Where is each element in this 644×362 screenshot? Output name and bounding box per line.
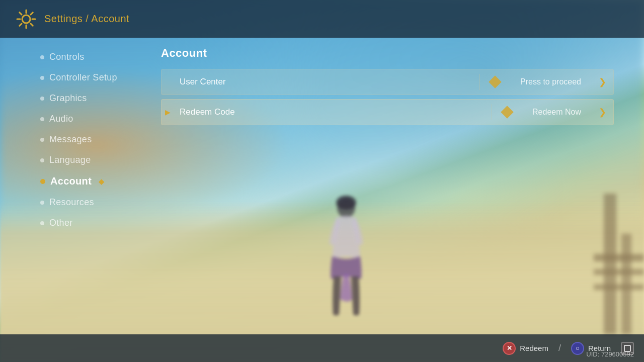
chevron-user-center: ❯: [591, 69, 613, 95]
o-button-icon: ○: [571, 342, 584, 355]
sidebar-item-controls[interactable]: Controls: [30, 47, 161, 67]
bottom-bar: ✕ Redeem / ○ Return: [0, 334, 644, 362]
row-arrow-redeem: ▶: [162, 99, 174, 125]
x-button-icon: ✕: [503, 342, 516, 355]
settings-gear-icon: [15, 8, 37, 30]
sidebar-item-language[interactable]: Language: [30, 150, 161, 170]
top-bar: Settings / Account: [0, 0, 644, 38]
redeem-button[interactable]: ✕ Redeem: [503, 342, 548, 355]
bullet-messages: [40, 138, 44, 142]
section-title: Account: [161, 47, 614, 60]
diamond-user-center: [480, 77, 510, 86]
svg-point-7: [22, 15, 30, 23]
bullet-language: [40, 158, 44, 162]
bullet-account: [40, 179, 45, 184]
svg-line-14: [31, 12, 33, 14]
sidebar-item-resources[interactable]: Resources: [30, 192, 161, 213]
bullet-other: [40, 221, 44, 225]
svg-rect-6: [594, 284, 644, 290]
sidebar-item-other[interactable]: Other: [30, 213, 161, 233]
sidebar-item-audio[interactable]: Audio: [30, 109, 161, 129]
active-arrow-icon: ◆: [99, 177, 104, 186]
sidebar: Controls Controller Setup Graphics Audio…: [30, 38, 161, 233]
svg-line-12: [20, 12, 22, 14]
svg-rect-5: [594, 269, 644, 275]
user-center-action: Press to proceed: [510, 77, 591, 86]
uid-display: UID: 729600592: [586, 350, 634, 358]
svg-line-13: [31, 24, 33, 26]
diamond-redeem: [492, 108, 522, 117]
user-center-label: User Center: [174, 77, 479, 87]
redeem-code-label: Redeem Code: [174, 107, 492, 117]
breadcrumb: Settings / Account: [44, 13, 129, 25]
sidebar-item-controller-setup[interactable]: Controller Setup: [30, 67, 161, 88]
bullet-resources: [40, 201, 44, 205]
chevron-redeem: ❯: [591, 99, 613, 125]
user-center-row[interactable]: ▶ User Center Press to proceed ❯: [161, 69, 614, 95]
dock-decoration: [543, 194, 644, 334]
bullet-graphics: [40, 97, 44, 101]
sidebar-item-graphics[interactable]: Graphics: [30, 88, 161, 109]
bullet-audio: [40, 117, 44, 121]
main-content: Account ▶ User Center Press to proceed ❯…: [161, 38, 614, 129]
svg-point-1: [336, 196, 356, 210]
redeem-code-action: Redeem Now: [522, 108, 591, 117]
diamond-shape-1: [489, 75, 501, 88]
bullet-controls: [40, 55, 44, 59]
button-separator: /: [558, 343, 561, 353]
redeem-label: Redeem: [520, 344, 548, 352]
bullet-controller: [40, 76, 44, 80]
character-silhouette: [316, 194, 376, 334]
svg-rect-2: [604, 194, 616, 334]
svg-line-15: [20, 24, 22, 26]
svg-rect-4: [594, 254, 644, 261]
sidebar-item-account[interactable]: Account ◆: [30, 170, 161, 192]
redeem-code-row[interactable]: ▶ Redeem Code Redeem Now ❯: [161, 99, 614, 125]
diamond-shape-2: [501, 106, 513, 118]
sidebar-item-messages[interactable]: Messages: [30, 129, 161, 150]
